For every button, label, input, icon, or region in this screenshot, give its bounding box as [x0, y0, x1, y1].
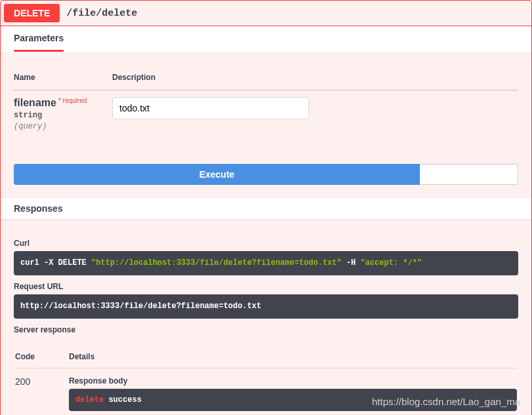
curl-label: Curl [14, 239, 518, 248]
param-name: filename [14, 97, 56, 108]
operation-block: DELETE /file/delete Parameters Name Desc… [0, 0, 532, 415]
execute-wrapper: Execute [1, 151, 531, 198]
curl-url: "http://localhost:3333/file/delete?filen… [91, 258, 342, 267]
request-url-label: Request URL [14, 282, 518, 291]
parameters-tab[interactable]: Parameters [14, 26, 64, 52]
param-type: string [14, 109, 112, 122]
responses-header: Responses [1, 198, 531, 219]
execute-button[interactable]: Execute [14, 164, 420, 185]
parameters-table: Name Description filename* required stri… [14, 65, 518, 138]
parameters-container: Name Description filename* required stri… [1, 52, 531, 151]
curl-header: "accept: */*" [361, 258, 422, 267]
clear-button[interactable] [420, 164, 518, 185]
response-body-keyword: delete [75, 395, 104, 405]
param-input-filename[interactable] [112, 97, 309, 119]
response-code: 200 [15, 370, 68, 415]
operation-path: /file/delete [60, 8, 137, 19]
required-indicator: * required [56, 97, 87, 104]
parameters-tab-header: Parameters [1, 26, 531, 52]
response-row: 200 Response body delete success [15, 370, 517, 415]
server-response-label: Server response [14, 325, 518, 334]
responses-table: Code Details 200 Response body delete su… [14, 344, 518, 415]
method-badge: DELETE [4, 4, 60, 22]
header-code: Code [15, 346, 68, 368]
curl-prefix: curl -X DELETE [20, 258, 91, 267]
response-body[interactable]: delete success [69, 389, 517, 411]
operation-summary[interactable]: DELETE /file/delete [1, 1, 531, 26]
header-description: Description [112, 65, 518, 90]
request-url-block[interactable]: http://localhost:3333/file/delete?filena… [14, 294, 518, 319]
operation-body: Parameters Name Description [1, 26, 531, 415]
header-details: Details [69, 346, 517, 368]
responses-title: Responses [14, 203, 63, 214]
responses-container: Curl curl -X DELETE "http://localhost:33… [1, 219, 531, 415]
param-in: (query) [14, 122, 112, 131]
curl-block[interactable]: curl -X DELETE "http://localhost:3333/fi… [14, 251, 518, 275]
curl-flag: -H [342, 258, 361, 267]
parameter-row: filename* required string (query) [14, 90, 518, 138]
header-name: Name [14, 65, 112, 90]
response-body-label: Response body [69, 376, 517, 385]
response-body-text: success [104, 395, 142, 405]
